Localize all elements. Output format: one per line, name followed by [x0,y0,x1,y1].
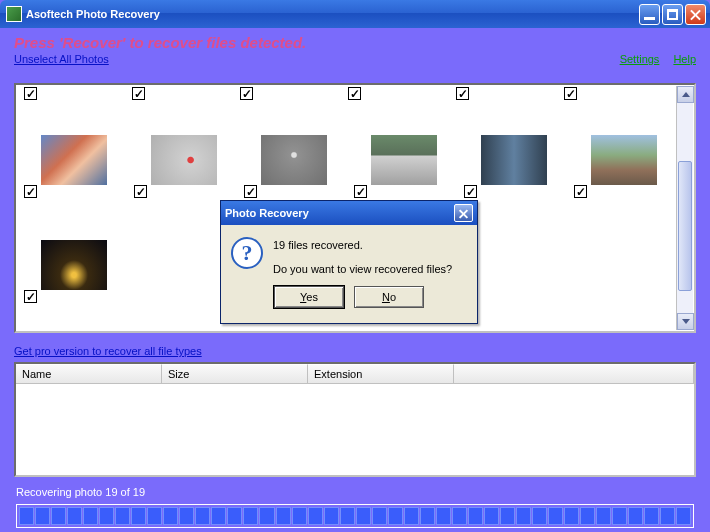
progress-segment [644,507,659,525]
progress-segment [67,507,82,525]
progress-segment [35,507,50,525]
progress-segment [500,507,515,525]
scroll-up-button[interactable] [677,86,694,103]
progress-segment [227,507,242,525]
progress-segment [532,507,547,525]
photo-checkbox[interactable]: ✓ [354,185,367,198]
progress-segment [548,507,563,525]
dialog-close-button[interactable] [454,204,473,222]
progress-segment [243,507,258,525]
progress-segment [628,507,643,525]
maximize-button[interactable] [662,4,683,25]
progress-segment [163,507,178,525]
yes-button[interactable]: Yes [274,286,344,308]
column-spacer [454,364,694,383]
progress-segment [276,507,291,525]
progress-segment [484,507,499,525]
progress-segment [308,507,323,525]
progress-segment [179,507,194,525]
question-icon: ? [231,237,263,269]
photo-checkbox[interactable]: ✓ [24,87,37,100]
progress-segment [259,507,274,525]
scroll-down-button[interactable] [677,313,694,330]
window-controls [639,4,706,25]
runner-photo[interactable] [151,135,217,185]
column-extension[interactable]: Extension [308,364,454,383]
progress-segment [468,507,483,525]
scrollbar[interactable] [676,86,693,330]
progress-segment [516,507,531,525]
close-button[interactable] [685,4,706,25]
dialog-line1: 19 files recovered. [273,237,452,255]
progress-segment [404,507,419,525]
instruction-text: Press 'Recover' to recover files detecte… [4,28,706,53]
progress-segment [83,507,98,525]
titlebar: Asoftech Photo Recovery [0,0,710,28]
progress-segment [564,507,579,525]
progress-segment [612,507,627,525]
progress-segment [436,507,451,525]
progress-segment [340,507,355,525]
progress-segment [676,507,691,525]
file-table: Name Size Extension [14,362,696,477]
progress-segment [51,507,66,525]
progress-segment [147,507,162,525]
progress-segment [115,507,130,525]
dialog-title: Photo Recovery [225,207,309,219]
progress-bar [16,504,694,528]
progress-segment [596,507,611,525]
minimize-button[interactable] [639,4,660,25]
progress-segment [211,507,226,525]
progress-segment [131,507,146,525]
window-title: Asoftech Photo Recovery [26,8,160,20]
athlete-photo[interactable] [481,135,547,185]
progress-segment [324,507,339,525]
photo-checkbox[interactable]: ✓ [134,185,147,198]
app-icon [6,6,22,22]
progress-segment [19,507,34,525]
progress-segment [99,507,114,525]
crowd-photo[interactable] [41,135,107,185]
photo-checkbox[interactable]: ✓ [348,87,361,100]
park-photo[interactable] [591,135,657,185]
progress-segment [356,507,371,525]
car-photo[interactable] [371,135,437,185]
photo-checkbox[interactable]: ✓ [24,290,37,303]
progress-segment [195,507,210,525]
help-link[interactable]: Help [673,53,696,65]
progress-segment [420,507,435,525]
photo-checkbox[interactable]: ✓ [574,185,587,198]
settings-link[interactable]: Settings [620,53,660,65]
progress-segment [388,507,403,525]
runner2-photo[interactable] [261,135,327,185]
progress-segment [292,507,307,525]
photo-checkbox[interactable]: ✓ [132,87,145,100]
progress-segment [372,507,387,525]
unselect-all-link[interactable]: Unselect All Photos [14,53,109,65]
progress-segment [660,507,675,525]
night-photo[interactable] [41,240,107,290]
status-text: Recovering photo 19 of 19 [16,486,145,498]
dialog-titlebar[interactable]: Photo Recovery [221,201,477,225]
progress-segment [452,507,467,525]
no-button[interactable]: No [354,286,424,308]
recovery-dialog: Photo Recovery ? 19 files recovered. Do … [220,200,478,324]
scroll-thumb[interactable] [678,161,692,291]
photo-checkbox[interactable]: ✓ [456,87,469,100]
photo-checkbox[interactable]: ✓ [24,185,37,198]
progress-segment [580,507,595,525]
dialog-line2: Do you want to view recovered files? [273,261,452,279]
column-size[interactable]: Size [162,364,308,383]
photo-checkbox[interactable]: ✓ [240,87,253,100]
photo-checkbox[interactable]: ✓ [244,185,257,198]
photo-checkbox[interactable]: ✓ [464,185,477,198]
column-name[interactable]: Name [16,364,162,383]
pro-version-link[interactable]: Get pro version to recover all file type… [14,345,202,357]
photo-checkbox[interactable]: ✓ [564,87,577,100]
